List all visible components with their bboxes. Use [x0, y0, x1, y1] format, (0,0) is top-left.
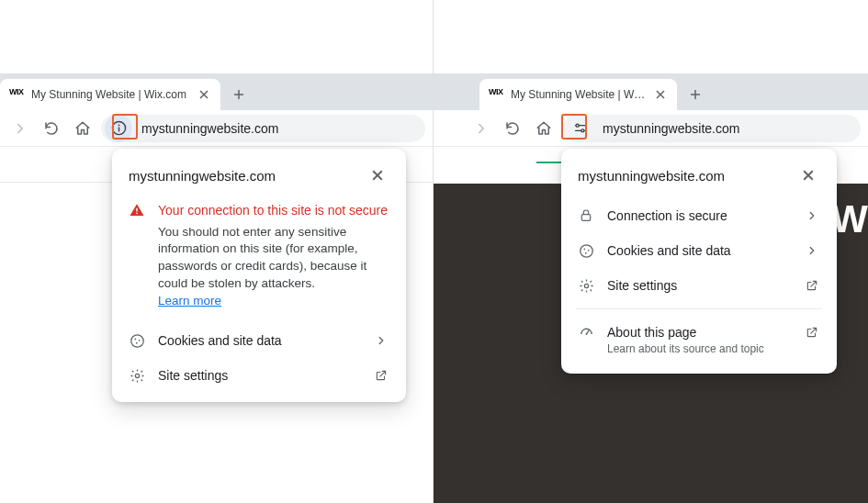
window-right: WIX My Stunning Website | Wix.com — [434, 73, 868, 503]
svg-point-21 — [584, 284, 588, 287]
tune-icon — [572, 120, 588, 136]
cookies-label: Cookies and site data — [158, 333, 360, 348]
close-popup-button[interactable] — [796, 163, 820, 187]
chevron-right-icon — [804, 209, 820, 222]
forward-button[interactable] — [468, 116, 494, 141]
tab-strip: WIX My Stunning Website | Wix.com — [0, 73, 433, 110]
about-this-page-row[interactable]: About this page Learn about its source a… — [561, 315, 837, 364]
site-settings-row[interactable]: Site settings — [561, 268, 837, 303]
about-label: About this page — [607, 325, 791, 340]
about-subtitle: Learn about its source and topic — [607, 342, 820, 355]
svg-rect-3 — [136, 208, 138, 212]
site-info-popup: mystunningwebsite.com Your connection to… — [112, 149, 406, 402]
open-external-icon — [373, 369, 389, 382]
site-info-button[interactable] — [105, 115, 132, 142]
browser-tab[interactable]: WIX My Stunning Website | Wix.com — [479, 79, 677, 110]
learn-more-link[interactable]: Learn more — [158, 294, 221, 307]
wix-favicon-icon: WIX — [9, 87, 24, 102]
svg-point-6 — [134, 338, 136, 340]
site-info-button[interactable] — [566, 115, 593, 142]
svg-point-5 — [130, 334, 142, 346]
svg-point-9 — [135, 374, 139, 377]
address-bar[interactable]: mystunningwebsite.com — [101, 115, 425, 142]
security-warning: Your connection to this site is not secu… — [112, 198, 406, 323]
open-external-icon — [804, 279, 820, 292]
gear-icon — [129, 367, 145, 384]
close-tab-button[interactable] — [653, 87, 668, 102]
popup-title: mystunningwebsite.com — [129, 168, 276, 184]
browser-tab[interactable]: WIX My Stunning Website | Wix.com — [0, 79, 220, 110]
tab-title: My Stunning Website | Wix.com — [511, 88, 646, 101]
cookies-label: Cookies and site data — [607, 243, 791, 258]
forward-button[interactable] — [7, 116, 33, 141]
cookies-row[interactable]: Cookies and site data — [112, 323, 406, 358]
svg-rect-16 — [581, 215, 590, 221]
gear-icon — [578, 277, 594, 294]
site-settings-label: Site settings — [607, 278, 791, 293]
warning-body: You should not enter any sensitive infor… — [158, 224, 389, 310]
svg-point-18 — [583, 248, 585, 250]
site-info-popup: mystunningwebsite.com Connection is secu… — [561, 149, 837, 374]
site-settings-row[interactable]: Site settings — [112, 358, 406, 393]
chevron-right-icon — [373, 334, 389, 347]
reload-button[interactable] — [500, 116, 525, 141]
cookie-icon — [129, 332, 145, 349]
svg-point-7 — [138, 339, 140, 341]
chevron-right-icon — [804, 244, 820, 257]
svg-point-4 — [136, 213, 138, 215]
svg-point-20 — [584, 252, 586, 253]
svg-point-1 — [118, 124, 119, 126]
wix-logo-fragment: W — [831, 197, 868, 241]
speedometer-icon — [578, 324, 594, 341]
toolbar: mystunningwebsite.com — [0, 110, 433, 147]
home-button[interactable] — [531, 116, 557, 141]
wix-favicon-icon: WIX — [489, 87, 503, 102]
connection-secure-row[interactable]: Connection is secure — [561, 198, 837, 233]
svg-point-19 — [587, 249, 589, 251]
tab-strip: WIX My Stunning Website | Wix.com — [434, 73, 868, 110]
reload-button[interactable] — [39, 116, 64, 141]
toolbar: mystunningwebsite.com — [434, 110, 868, 147]
url-text: mystunningwebsite.com — [141, 121, 278, 136]
site-settings-label: Site settings — [158, 368, 360, 383]
tab-title: My Stunning Website | Wix.com — [31, 88, 189, 101]
popup-title: mystunningwebsite.com — [578, 168, 725, 184]
new-tab-button[interactable] — [226, 82, 252, 107]
lock-icon — [578, 207, 594, 224]
address-bar[interactable]: mystunningwebsite.com — [562, 115, 861, 142]
new-tab-button[interactable] — [682, 82, 708, 107]
cookies-row[interactable]: Cookies and site data — [561, 233, 837, 268]
svg-rect-2 — [118, 127, 118, 131]
svg-point-23 — [585, 332, 587, 334]
window-left: WIX My Stunning Website | Wix.com — [0, 73, 433, 503]
info-icon — [111, 120, 127, 136]
warning-title: Your connection to this site is not secu… — [158, 202, 389, 220]
cookie-icon — [578, 242, 594, 259]
close-tab-button[interactable] — [197, 87, 211, 102]
svg-point-17 — [580, 244, 592, 256]
open-external-icon — [804, 326, 820, 339]
close-popup-button[interactable] — [366, 163, 389, 187]
home-button[interactable] — [70, 116, 96, 141]
warning-triangle-icon — [129, 202, 145, 310]
url-text: mystunningwebsite.com — [603, 121, 739, 136]
svg-point-8 — [135, 341, 137, 343]
secure-label: Connection is secure — [607, 208, 791, 223]
